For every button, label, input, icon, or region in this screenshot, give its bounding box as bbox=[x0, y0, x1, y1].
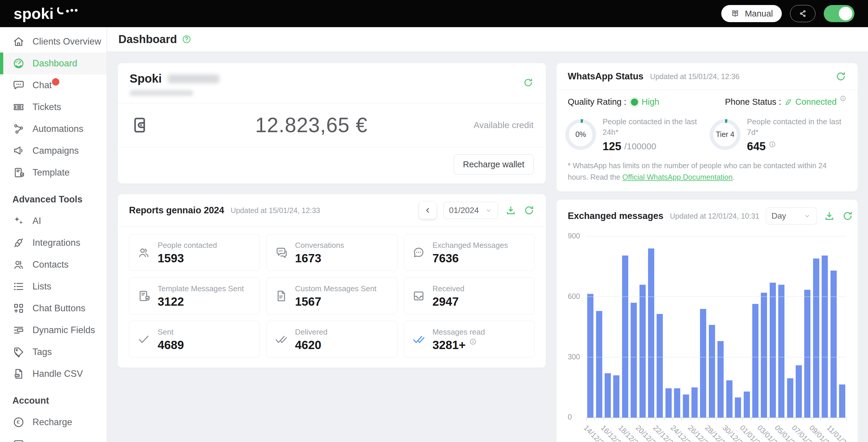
bar-slot bbox=[603, 236, 612, 417]
account-title: Spoki bbox=[130, 72, 162, 85]
sidebar-item-contacts[interactable]: Contacts bbox=[0, 254, 106, 276]
download-icon[interactable] bbox=[824, 210, 835, 222]
bar-18/12/23[interactable] bbox=[622, 256, 628, 417]
bar-24/12/23[interactable] bbox=[674, 388, 680, 417]
bar-slot bbox=[742, 236, 751, 417]
whatsapp-docs-link[interactable]: Official WhatsApp Documentation bbox=[622, 173, 733, 181]
sidebar-item-automations[interactable]: Automations bbox=[0, 118, 106, 140]
sidebar-item-partial[interactable] bbox=[0, 433, 106, 442]
page-header: Dashboard bbox=[107, 27, 868, 52]
stat-card-delivered: Delivered 4620 bbox=[266, 321, 397, 358]
month-select[interactable]: 01/2024 bbox=[443, 202, 498, 219]
sidebar-item-handle-csv[interactable]: CSV Handle CSV bbox=[0, 363, 106, 385]
x-axis-tick-mark bbox=[803, 418, 803, 421]
bar-08/01/24[interactable] bbox=[804, 290, 810, 417]
stat-value: 1673 bbox=[295, 252, 321, 264]
sidebar-item-ai[interactable]: AI bbox=[0, 210, 106, 232]
sidebar-item-tickets[interactable]: Tickets bbox=[0, 96, 106, 118]
redacted-subtitle bbox=[130, 90, 193, 96]
share-button[interactable] bbox=[790, 5, 815, 22]
bar-slot bbox=[586, 236, 595, 417]
sidebar-item-chat[interactable]: Chat bbox=[0, 74, 106, 96]
refresh-icon[interactable] bbox=[842, 210, 853, 222]
previous-month-button[interactable] bbox=[419, 202, 436, 219]
refresh-icon[interactable] bbox=[523, 205, 535, 216]
bar-25/12/23[interactable] bbox=[683, 395, 689, 417]
manual-button[interactable]: Manual bbox=[721, 5, 782, 22]
bar-16/12/23[interactable] bbox=[604, 373, 611, 417]
stat-value: 2947 bbox=[433, 296, 459, 307]
stat-card-messages-read: Messages read 3281+ bbox=[404, 321, 535, 358]
sidebar-item-integrations[interactable]: Integrations bbox=[0, 232, 106, 254]
info-icon[interactable] bbox=[469, 338, 477, 345]
bar-26/12/23[interactable] bbox=[691, 387, 698, 417]
sidebar-item-template[interactable]: Template bbox=[0, 162, 106, 183]
sidebar-item-tags[interactable]: Tags bbox=[0, 341, 106, 363]
info-icon[interactable] bbox=[840, 95, 846, 102]
bar-15/12/23[interactable] bbox=[596, 311, 602, 418]
bar-01/01/24[interactable] bbox=[744, 392, 750, 418]
bar-10/01/24[interactable] bbox=[822, 256, 828, 417]
bar-21/12/23[interactable] bbox=[648, 248, 654, 417]
refresh-icon[interactable] bbox=[835, 71, 846, 82]
sidebar-item-chat-buttons[interactable]: Chat Buttons bbox=[0, 298, 106, 319]
toggle-knob bbox=[839, 7, 852, 20]
stat-value: 1567 bbox=[295, 296, 321, 307]
stat-label: Conversations bbox=[295, 241, 344, 250]
bar-07/01/24[interactable] bbox=[796, 365, 802, 417]
chevron-down-icon bbox=[803, 212, 811, 220]
help-icon[interactable] bbox=[182, 34, 192, 44]
bar-28/12/23[interactable] bbox=[709, 325, 715, 417]
bar-20/12/23[interactable] bbox=[640, 285, 646, 417]
bar-31/12/23[interactable] bbox=[735, 398, 741, 417]
status-toggle[interactable] bbox=[824, 5, 855, 22]
bar-12/01/24[interactable] bbox=[839, 384, 845, 418]
bar-04/01/24[interactable] bbox=[770, 283, 776, 417]
recharge-wallet-button[interactable]: Recharge wallet bbox=[454, 154, 533, 175]
tag-icon bbox=[12, 346, 25, 358]
chart-title: Exchanged messages bbox=[568, 211, 663, 221]
bar-02/01/24[interactable] bbox=[752, 304, 758, 417]
bar-05/01/24[interactable] bbox=[778, 285, 784, 417]
bar-11/01/24[interactable] bbox=[831, 271, 837, 417]
sidebar-item-lists[interactable]: Lists bbox=[0, 276, 106, 298]
x-axis-tick-mark bbox=[621, 418, 621, 421]
download-icon[interactable] bbox=[505, 205, 516, 216]
bar-06/01/24[interactable] bbox=[787, 378, 793, 417]
bar-23/12/23[interactable] bbox=[665, 388, 672, 417]
sidebar-item-clients-overview[interactable]: Clients Overview bbox=[0, 31, 106, 53]
sidebar-item-dashboard[interactable]: Dashboard bbox=[0, 53, 106, 74]
spoki-logo: spoki bbox=[13, 6, 80, 21]
active-indicator bbox=[0, 53, 3, 74]
bar-17/12/23[interactable] bbox=[613, 375, 619, 417]
granularity-select[interactable]: Day bbox=[766, 207, 817, 225]
check-icon bbox=[137, 333, 151, 346]
refresh-icon[interactable] bbox=[523, 77, 533, 88]
sidebar-item-dynamic-fields[interactable]: Dynamic Fields bbox=[0, 319, 106, 341]
bar-30/12/23[interactable] bbox=[726, 380, 733, 417]
gauge-ring: Tier 4 bbox=[710, 119, 740, 150]
stat-card-exchanged-messages: Exchanged Messages 7636 bbox=[404, 234, 535, 271]
x-axis-tick-mark bbox=[612, 418, 612, 421]
bar-22/12/23[interactable] bbox=[657, 314, 663, 417]
info-icon[interactable] bbox=[769, 140, 776, 148]
sidebar-item-campaigns[interactable]: Campaigns bbox=[0, 140, 106, 162]
bar-29/12/23[interactable] bbox=[717, 341, 724, 417]
x-axis-tick-mark bbox=[725, 418, 725, 421]
chart-updated: Updated at 12/01/24, 10:31 bbox=[670, 212, 760, 220]
whatsapp-updated: Updated at 15/01/24, 12:36 bbox=[650, 72, 740, 81]
bar-03/01/24[interactable] bbox=[761, 293, 767, 417]
chat-buttons-icon bbox=[12, 302, 25, 314]
bar-27/12/23[interactable] bbox=[700, 309, 706, 417]
y-axis-tick-label: 600 bbox=[568, 292, 583, 301]
bar-09/01/24[interactable] bbox=[813, 259, 819, 417]
y-axis-tick-label: 900 bbox=[568, 232, 583, 240]
plug-icon bbox=[784, 98, 793, 106]
bar-19/12/23[interactable] bbox=[631, 303, 637, 417]
bar-slot bbox=[829, 236, 838, 417]
bar-14/12/23[interactable] bbox=[587, 294, 593, 418]
sidebar-item-recharge[interactable]: € Recharge bbox=[0, 411, 106, 433]
bar-slot bbox=[803, 236, 812, 417]
gauge-label: People contacted in the last 7d* bbox=[747, 116, 847, 138]
notification-badge bbox=[52, 78, 59, 86]
